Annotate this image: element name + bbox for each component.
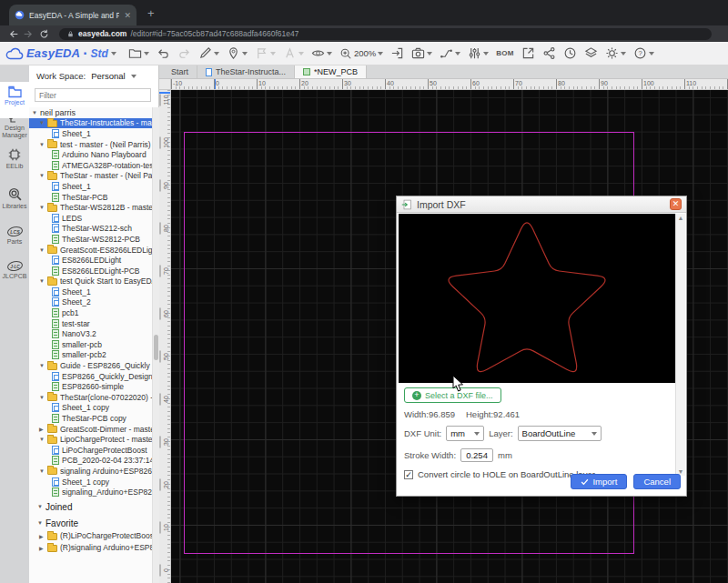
caret-down-icon[interactable]: ▼: [39, 247, 45, 253]
caret-down-icon[interactable]: ▼: [39, 205, 45, 210]
file-menu-button[interactable]: [126, 45, 152, 63]
cancel-button[interactable]: Cancel: [633, 474, 681, 489]
tree-item[interactable]: ▶(R)signaling Arduino+ESP8266+SI: [29, 542, 152, 554]
dialog-close-button[interactable]: ✕: [670, 198, 682, 210]
sidebar-item-project[interactable]: Project: [0, 82, 29, 118]
tree-item[interactable]: ▶(R)LiPoChargeProtectBoost copy -: [29, 530, 152, 542]
tab-thestar-schematic[interactable]: TheStar-Instructa...: [197, 65, 295, 78]
dialog-scrollbar[interactable]: ▲▼: [675, 214, 685, 476]
tree-item[interactable]: ES8266LEDLight: [29, 255, 152, 266]
tree-item[interactable]: pcb1: [29, 307, 152, 318]
share-button[interactable]: [540, 45, 559, 63]
zoom-control[interactable]: 200%: [337, 45, 386, 63]
layer-select[interactable]: BoardOutLine: [518, 426, 602, 441]
tree-item[interactable]: smaller-pcb: [29, 339, 152, 350]
tree-item[interactable]: ▼signaling Arduino+ESP8266+SIM8: [29, 466, 152, 477]
easyeda-logo[interactable]: EasyEDA · Std: [5, 45, 116, 62]
tree-item[interactable]: signaling_Arduino+ESP8266+SIM: [29, 487, 152, 498]
redo-button[interactable]: [175, 45, 194, 63]
draw-tool-button[interactable]: [196, 45, 222, 63]
route-tool-button[interactable]: [437, 45, 463, 63]
bom-button[interactable]: BOM: [493, 45, 517, 63]
tree-item[interactable]: ▶GreatScott-Dimmer - master - (Neil: [29, 424, 152, 435]
tree-item[interactable]: ▼neil parris: [29, 107, 152, 118]
browser-tab[interactable]: EasyEDA - A Simple and Powerfu... ✕: [9, 5, 136, 25]
tree-item[interactable]: ESP82660-simple: [29, 381, 152, 392]
tree-scrollbar[interactable]: [153, 107, 159, 583]
caret-down-icon[interactable]: ▼: [32, 110, 37, 116]
url-field[interactable]: easyeda.com/editor#id=75ac05cb87ad47c688…: [59, 28, 712, 40]
caret-right-icon[interactable]: ▶: [39, 533, 45, 539]
chevron-down-icon[interactable]: [131, 75, 136, 78]
caret-down-icon[interactable]: ▼: [39, 142, 45, 147]
caret-down-icon[interactable]: ▼: [39, 363, 45, 368]
caret-down-icon[interactable]: ▼: [39, 468, 45, 474]
reload-icon[interactable]: [38, 28, 50, 40]
chevron-down-icon[interactable]: [111, 52, 116, 55]
tree-item[interactable]: Sheet_1: [29, 128, 152, 139]
tree-item[interactable]: Sheet_1 copy: [29, 403, 152, 414]
tree-item[interactable]: Sheet_1: [29, 286, 152, 297]
tree-item[interactable]: ▼Guide - ESP8266_Quickly Design: [29, 360, 152, 371]
tree-item[interactable]: ▼GreatScott-ES8266LEDLight - mas: [29, 245, 152, 256]
caret-right-icon[interactable]: ▶: [39, 545, 45, 551]
tree-item[interactable]: TheStar-WS2812-PCB: [29, 234, 152, 245]
history-button[interactable]: [561, 45, 580, 63]
dialog-header[interactable]: Import DXF ✕: [397, 196, 686, 213]
tree-item[interactable]: ES8266LEDLight-PCB: [29, 266, 152, 276]
undo-button[interactable]: [154, 45, 173, 63]
scroll-up-icon[interactable]: ▲: [678, 215, 684, 221]
caret-down-icon[interactable]: ▼: [39, 278, 45, 284]
tab-close-icon[interactable]: ✕: [124, 11, 131, 20]
workspace-select[interactable]: Personal: [91, 71, 126, 81]
tree-item[interactable]: ▼TheStar-Instructables - master - (N: [29, 118, 152, 129]
tree-item[interactable]: ▼test - master - (Neil Parris): [29, 139, 152, 150]
tree-item[interactable]: ATMEGA328P-rotation-test: [29, 160, 152, 171]
convert-circle-checkbox[interactable]: ✓: [404, 470, 413, 479]
tree-item[interactable]: ▼TheStar-WS2812B - master - (Neil: [29, 202, 152, 213]
view-button[interactable]: [308, 45, 335, 63]
import-confirm-button[interactable]: Import: [571, 474, 627, 489]
tree-item[interactable]: ▼Favorite: [29, 517, 152, 530]
anchor-tool-button[interactable]: [224, 45, 250, 63]
tree-item[interactable]: PCB_2020-02-04 23:37:14: [29, 456, 152, 467]
caret-down-icon[interactable]: ▼: [39, 173, 45, 178]
new-tab-button[interactable]: +: [147, 7, 155, 19]
caret-down-icon[interactable]: ▼: [39, 395, 45, 400]
tree-item[interactable]: ▼TheStar - master - (Neil Parris): [29, 171, 152, 182]
help-button[interactable]: ?: [631, 45, 657, 63]
stroke-width-input[interactable]: [460, 448, 493, 462]
design-rule-button[interactable]: [465, 45, 491, 63]
tree-item[interactable]: TheStar-WS212-sch: [29, 224, 152, 235]
tree-item[interactable]: ▼Joined: [29, 500, 152, 514]
settings-button[interactable]: [602, 45, 629, 63]
caret-down-icon[interactable]: ▼: [39, 437, 45, 442]
forward-icon[interactable]: [23, 28, 35, 40]
tree-item[interactable]: Sheet_1: [29, 181, 152, 192]
dxf-unit-select[interactable]: mm: [446, 426, 484, 441]
sidebar-item-jlcpcb[interactable]: J-LC JLCPCB: [0, 256, 29, 280]
snapshot-button[interactable]: [409, 45, 435, 63]
caret-down-icon[interactable]: ▼: [37, 504, 43, 509]
tab-new-pcb[interactable]: *NEW_PCB: [295, 65, 367, 78]
tree-item[interactable]: TheStar-PCB copy: [29, 413, 152, 424]
import-button[interactable]: [388, 45, 407, 63]
tree-item[interactable]: ▼test Quick Start to EasyEDA - mast: [29, 276, 152, 287]
tree-item[interactable]: NanoV3.2: [29, 328, 152, 339]
tree-item[interactable]: LEDS: [29, 213, 152, 224]
tree-item[interactable]: LiPoChargeProtectBoost: [29, 445, 152, 456]
sidebar-item-libraries[interactable]: Libraries: [0, 183, 29, 210]
export-button[interactable]: [519, 45, 538, 63]
back-icon[interactable]: [7, 28, 19, 40]
tree-item[interactable]: test-star: [29, 318, 152, 329]
tab-start[interactable]: Start: [163, 65, 197, 78]
layers-button[interactable]: [581, 45, 601, 63]
tree-item[interactable]: ▼LipoChargeProtect - master - (Neil: [29, 434, 152, 445]
tree-item[interactable]: ESP8266_Quickly_Design: [29, 371, 152, 382]
caret-down-icon[interactable]: ▼: [37, 520, 43, 526]
tree-item[interactable]: ▼TheStar(clone-07022020) - master: [29, 392, 152, 403]
tree-item[interactable]: Sheet_1 copy: [29, 477, 152, 488]
tree-item[interactable]: smaller-pcb2: [29, 350, 152, 361]
tree-item[interactable]: Sheet_2: [29, 297, 152, 308]
caret-down-icon[interactable]: ▼: [39, 120, 45, 126]
